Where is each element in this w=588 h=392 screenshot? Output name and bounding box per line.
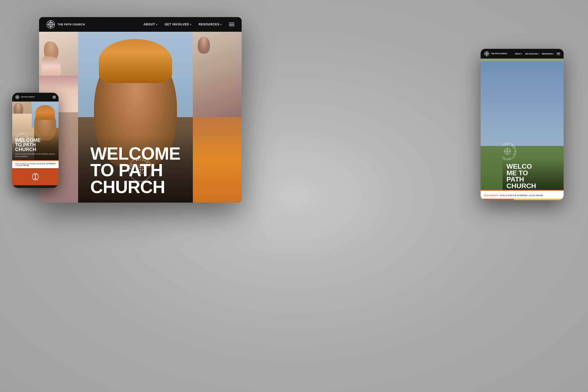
mobile-hero: WELCOME TO PATH CHURCH Join our communit… <box>12 102 58 160</box>
mobile-circular-badge: BELOVED · BELIEVE · BELONG · <box>14 132 30 148</box>
desktop-mockup: THE PATH CHURCH ABOUT ▾ GET INVOLVED ▾ R… <box>39 17 242 202</box>
tablet-nav: THE PATH CHURCH ABOUT ▾ GET INVOLVED ▾ R… <box>480 49 564 58</box>
tablet-footer: PATH SUNDAYS • 9 A.M. & 10:30 A.M. IN PE… <box>480 190 564 200</box>
desktop-hamburger-icon[interactable] <box>229 23 234 26</box>
tablet-hero-grid: WELCO ME TO PATH CHURCH Join our communi… <box>480 58 564 200</box>
tablet-logo[interactable]: THE PATH CHURCH <box>484 51 507 56</box>
tablet-about-chevron-icon: ▾ <box>521 53 522 55</box>
svg-text:BELOVED · BELIEVE · BELONG ·: BELOVED · BELIEVE · BELONG · <box>14 132 29 147</box>
mobile-logo-text: THE PATH CHURCH <box>21 96 35 98</box>
mobile-nav: THE PATH CHURCH <box>12 93 58 102</box>
about-chevron-icon: ▾ <box>156 24 158 26</box>
get-involved-chevron-icon: ▾ <box>190 24 191 26</box>
tablet-logo-text: THE PATH CHURCH <box>491 52 507 55</box>
desktop-nav-get-involved[interactable]: GET INVOLVED ▾ <box>165 23 191 26</box>
tablet-mockup: THE PATH CHURCH ABOUT ▾ GET INVOLVED ▾ R… <box>480 49 564 200</box>
resources-chevron-icon: ▾ <box>220 24 222 26</box>
mobile-bottom-logo-icon <box>30 172 40 182</box>
mobile-logo-icon <box>15 95 20 99</box>
svg-point-20 <box>32 174 36 180</box>
tablet-circular-badge: BELOVED · BELIEVE · BELONG · <box>502 142 517 161</box>
mobile-footer: PATH SUNDAYS • 9 A.M. & 10:30 A.M. IN PE… <box>12 160 58 168</box>
svg-point-21 <box>36 174 38 180</box>
mobile-mockup: THE PATH CHURCH WELCOME TO PATH CHURCH J… <box>12 93 58 188</box>
tablet-logo-icon <box>484 51 490 56</box>
desktop-hero-background: WELCOME TO PATH CHURCH BELOVED · BELIEVE… <box>39 32 242 202</box>
tablet-footer-color-bar <box>480 199 564 200</box>
desktop-hero-center-panel: WELCOME TO PATH CHURCH BELOVED · BELIEVE… <box>78 32 193 202</box>
mobile-welcome-subtitle: Join our community of faith to find mean… <box>15 153 56 158</box>
tablet-hamburger-icon[interactable] <box>557 52 560 55</box>
desktop-logo-text: THE PATH CHURCH <box>58 23 85 26</box>
desktop-logo[interactable]: THE PATH CHURCH <box>46 20 85 29</box>
tablet-welcome-heading: WELCO ME TO PATH CHURCH <box>506 163 560 189</box>
tablet-cell-landscape <box>480 122 502 200</box>
desktop-hero: WELCOME TO PATH CHURCH BELOVED · BELIEVE… <box>39 32 242 202</box>
desktop-hero-right-panel <box>193 32 242 202</box>
mobile-logo[interactable]: THE PATH CHURCH <box>15 95 35 99</box>
desktop-nav-about[interactable]: ABOUT ▾ <box>144 23 158 26</box>
desktop-circular-badge: BELOVED · BELIEVE · BELONG · <box>127 156 154 183</box>
tablet-nav-about[interactable]: ABOUT ▾ <box>515 53 522 55</box>
desktop-nav-links: ABOUT ▾ GET INVOLVED ▾ RESOURCES ▾ <box>144 23 222 26</box>
tablet-nav-get-involved[interactable]: GET INVOLVED ▾ <box>525 53 539 55</box>
tablet-nav-resources[interactable]: RESOURCES ▾ <box>542 53 554 55</box>
mobile-hamburger-icon[interactable] <box>53 96 56 98</box>
tablet-footer-text: PATH SUNDAYS • 9 A.M. & 10:30 A.M. IN PE… <box>484 194 543 196</box>
tablet-get-involved-chevron-icon: ▾ <box>538 53 539 55</box>
desktop-nav: THE PATH CHURCH ABOUT ▾ GET INVOLVED ▾ R… <box>39 17 242 32</box>
tablet-nav-links: ABOUT ▾ GET INVOLVED ▾ RESOURCES ▾ <box>515 53 554 55</box>
mobile-bottom-section <box>12 168 58 185</box>
desktop-nav-resources[interactable]: RESOURCES ▾ <box>199 23 222 26</box>
tablet-hero: WELCO ME TO PATH CHURCH Join our communi… <box>480 58 564 200</box>
tablet-resources-chevron-icon: ▾ <box>553 53 554 55</box>
desktop-logo-icon <box>46 20 55 29</box>
mobile-footer-text: PATH SUNDAYS • 9 A.M. & 10:30 A.M. IN PE… <box>15 163 56 166</box>
